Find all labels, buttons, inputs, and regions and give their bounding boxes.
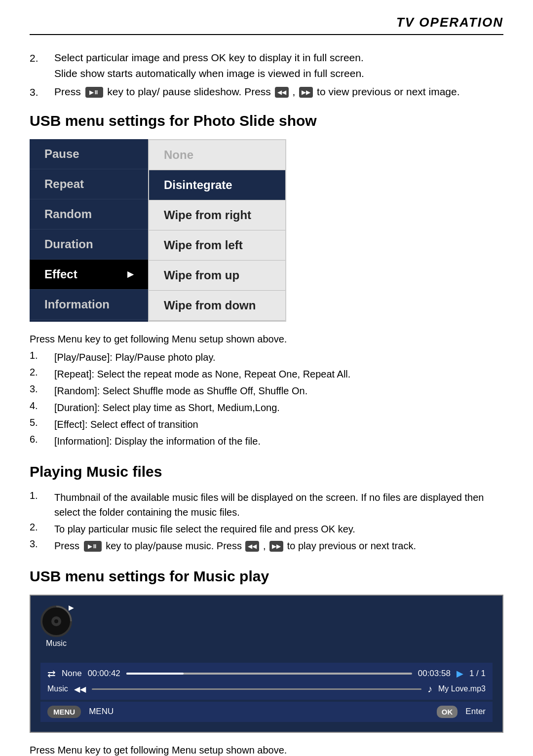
page-header: TV OPERATION — [30, 15, 503, 35]
intro-item-3: 3. Press ▶⏸ key to play/ pause slideshow… — [30, 84, 503, 101]
prev-icon: ◀◀ — [275, 87, 289, 98]
music-bottom-bar: MENU MENU OK Enter — [40, 702, 493, 722]
repeat-icon: ⇄ — [47, 668, 56, 680]
menu-left-information[interactable]: Information — [30, 290, 148, 320]
menu-text: MENU — [89, 707, 114, 717]
page-title: TV OPERATION — [396, 15, 503, 30]
menu-right-disintegrate[interactable]: Disintegrate — [149, 170, 285, 200]
menu-left-repeat[interactable]: Repeat — [30, 169, 148, 199]
photo-desc-3: 3. [Random]: Select Shuffle mode as Shuf… — [30, 383, 503, 398]
intro-num-2: 2. — [30, 50, 54, 81]
music-desc-intro: Press Menu key to get following Menu set… — [30, 745, 503, 756]
music-disc-icon — [40, 605, 72, 637]
photo-desc-1: 1. [Play/Pause]: Play/Pause photo play. — [30, 350, 503, 365]
music-intro-1: 1. Thumbnail of the available music file… — [30, 490, 503, 520]
page: TV OPERATION 2. Select particular image … — [0, 0, 533, 756]
playpause-icon: ▶⏸ — [85, 87, 103, 98]
music-player-box: ▶ Music ⇄ None 00:00:42 00:03:58 ▶ 1 / 1 — [30, 595, 503, 733]
menu-right-wipe-right[interactable]: Wipe from right — [149, 200, 285, 230]
menu-left-random[interactable]: Random — [30, 199, 148, 229]
music-settings-heading: USB menu settings for Music play — [30, 568, 503, 585]
time-total: 00:03:58 — [418, 669, 451, 679]
time-current: 00:00:42 — [88, 669, 120, 679]
menu-right-wipe-down[interactable]: Wipe from down — [149, 291, 285, 321]
music-section-heading: Playing Music files — [30, 463, 503, 480]
menu-left-duration[interactable]: Duration — [30, 229, 148, 260]
intro-section: 2. Select particular image and press OK … — [30, 50, 503, 101]
photo-menu: Pause Repeat Random Duration Effect Info… — [30, 139, 503, 322]
menu-button-label[interactable]: MENU — [47, 706, 81, 718]
music-intro-3: 3. Press ▶⏸ key to play/pause music. Pre… — [30, 538, 503, 553]
track-label: Music — [47, 684, 68, 693]
prev-track-icon: ◀◀ — [74, 684, 86, 694]
enter-text: Enter — [465, 707, 486, 717]
next-icon-2: ▶▶ — [269, 541, 283, 552]
ok-button[interactable]: OK — [437, 706, 458, 718]
intro-item-2: 2. Select particular image and press OK … — [30, 50, 503, 81]
photo-desc-4: 4. [Duration]: Select play time as Short… — [30, 400, 503, 415]
progress-bar — [126, 673, 412, 675]
photo-desc-list: 1. [Play/Pause]: Play/Pause photo play. … — [30, 350, 503, 449]
svg-point-2 — [54, 619, 58, 623]
menu-right-wipe-left[interactable]: Wipe from left — [149, 230, 285, 261]
intro-num-3: 3. — [30, 84, 54, 101]
menu-right-wipe-up[interactable]: Wipe from up — [149, 261, 285, 291]
photo-desc-2: 2. [Repeat]: Select the repeat mode as N… — [30, 367, 503, 381]
music-intro-list: 1. Thumbnail of the available music file… — [30, 490, 503, 553]
progress-fill — [126, 673, 184, 675]
music-label: Music — [46, 639, 67, 648]
repeat-mode: None — [62, 669, 82, 679]
music-icon-area: ▶ Music — [40, 605, 493, 648]
intro-content-2: Select particular image and press OK key… — [54, 50, 364, 81]
music-intro-2: 2. To play particular music file select … — [30, 522, 503, 536]
music-controls-row: ⇄ None 00:00:42 00:03:58 ▶ 1 / 1 Music ◀… — [40, 663, 493, 700]
photo-desc-6: 6. [Information]: Display the informatio… — [30, 434, 503, 449]
intro-content-3: Press ▶⏸ key to play/ pause slideshow. P… — [54, 84, 460, 101]
play-indicator: ▶ — [457, 668, 463, 679]
photo-desc-intro: Press Menu key to get following Menu set… — [30, 334, 503, 345]
track-progress — [92, 688, 421, 690]
playpause-icon-2: ▶⏸ — [84, 541, 102, 552]
photo-menu-right: None Disintegrate Wipe from right Wipe f… — [148, 139, 286, 322]
photo-menu-left: Pause Repeat Random Duration Effect Info… — [30, 139, 148, 322]
track-position: 1 / 1 — [469, 669, 486, 679]
track-name: My Love.mp3 — [438, 684, 486, 693]
prev-icon-2: ◀◀ — [245, 541, 259, 552]
menu-left-effect[interactable]: Effect — [30, 260, 148, 290]
music-note-icon: ♪ — [427, 683, 432, 695]
photo-desc-5: 5. [Effect]: Select effect of transition — [30, 417, 503, 432]
photo-section-heading: USB menu settings for Photo Slide show — [30, 113, 503, 129]
menu-left-pause[interactable]: Pause — [30, 139, 148, 169]
next-icon: ▶▶ — [299, 87, 313, 98]
menu-right-none[interactable]: None — [149, 140, 285, 170]
